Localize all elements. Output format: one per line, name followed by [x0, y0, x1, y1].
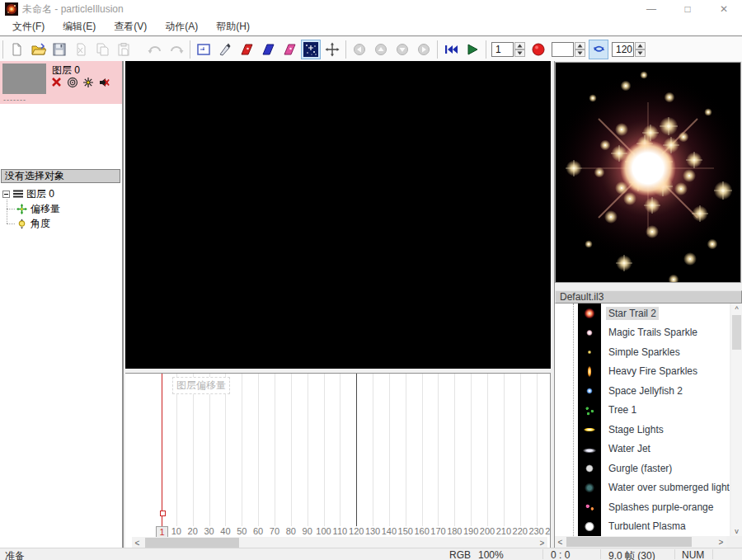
library-item-label[interactable]: Water Jet	[606, 442, 653, 455]
loop-down-arrow[interactable]	[635, 49, 646, 57]
library-item-thumbnail[interactable]	[578, 420, 601, 440]
frame-up-arrow[interactable]	[514, 42, 525, 49]
frame-tick-label[interactable]: 150	[397, 526, 415, 536]
playhead-line[interactable]	[162, 374, 162, 526]
save-project-button[interactable]	[49, 40, 69, 59]
frame-tick-label[interactable]: 70	[265, 526, 284, 536]
menu-item[interactable]: 编辑(E)	[54, 20, 105, 34]
library-item[interactable]: Gurgle (faster)	[555, 459, 730, 478]
library-item[interactable]: Tree 1	[555, 401, 730, 421]
scroll-down-icon[interactable]: v	[731, 525, 742, 536]
frame-tick-label[interactable]: 120	[347, 526, 365, 536]
record-up-arrow[interactable]	[575, 42, 585, 49]
pink-flag-button[interactable]	[279, 40, 299, 59]
library-item-label[interactable]: Tree 1	[606, 403, 639, 416]
loop-playback-button[interactable]	[589, 40, 608, 59]
play-button[interactable]	[463, 40, 482, 59]
library-item[interactable]: Simple Sparkles	[555, 342, 730, 362]
library-item[interactable]: Stage Lights	[555, 420, 730, 440]
move-tool-button[interactable]	[322, 40, 342, 59]
library-item-thumbnail[interactable]	[578, 497, 601, 517]
particle-mode-button[interactable]	[301, 40, 321, 59]
frame-tick-label[interactable]: 190	[462, 526, 480, 536]
loop-end-value[interactable]: 120	[612, 42, 634, 57]
collapse-icon[interactable]	[2, 191, 10, 198]
library-item-label[interactable]: Space Jellyfish 2	[606, 384, 685, 398]
library-item-thumbnail[interactable]	[578, 440, 601, 459]
new-project-button[interactable]	[7, 40, 26, 59]
loop-end-spinner[interactable]: 120	[612, 42, 646, 57]
close-button[interactable]: ✕	[706, 0, 742, 18]
knife-tool-button[interactable]	[215, 40, 235, 59]
current-frame-spinner[interactable]: 1	[491, 42, 525, 57]
menu-item[interactable]: 帮助(H)	[207, 20, 259, 34]
scroll-left-icon[interactable]: <	[132, 538, 143, 548]
frame-tick-label[interactable]: 20	[184, 526, 202, 536]
library-item[interactable]: Splashes purple-orange	[555, 497, 730, 517]
open-project-button[interactable]	[28, 40, 48, 59]
record-button[interactable]	[528, 40, 548, 59]
rewind-button[interactable]	[441, 40, 461, 59]
stage-view-button[interactable]	[194, 40, 214, 59]
layer-visibility-icon[interactable]	[82, 76, 94, 88]
library-item-thumbnail[interactable]	[578, 478, 601, 498]
layer-delete-icon[interactable]	[50, 76, 63, 88]
library-item[interactable]: Water Jet	[555, 440, 730, 459]
library-item[interactable]: Star Trail 2	[555, 304, 730, 323]
scroll-right-icon[interactable]: >	[716, 537, 726, 548]
frame-tick-label[interactable]: 100	[315, 526, 333, 536]
frame-tick-label[interactable]: 170	[429, 526, 447, 536]
frame-tick-label[interactable]: 230	[528, 526, 546, 536]
library-item-label[interactable]: Stage Lights	[606, 423, 666, 436]
frame-tick-label[interactable]: 200	[478, 526, 496, 536]
library-item-thumbnail[interactable]	[578, 517, 601, 537]
graph-hscroll-thumb[interactable]	[145, 538, 239, 548]
library-item-label[interactable]: Heavy Fire Sparkles	[606, 365, 700, 378]
frame-tick-label[interactable]: 130	[364, 526, 382, 536]
library-item[interactable]: Water over submerged light, c	[555, 478, 730, 498]
maximize-button[interactable]: □	[669, 0, 706, 18]
library-item-label[interactable]: Turbulent Plasma	[606, 520, 688, 533]
library-item[interactable]: Space Jellyfish 2	[555, 381, 730, 401]
timeline-ruler[interactable]: 1102030405060708090100110120130140150160…	[125, 526, 550, 537]
library-item-thumbnail[interactable]	[578, 459, 601, 478]
frame-tick-label[interactable]: 50	[232, 526, 251, 536]
menu-item[interactable]: 查看(V)	[105, 20, 156, 34]
scroll-left-icon[interactable]: <	[555, 537, 566, 548]
scroll-right-icon[interactable]: >	[537, 538, 547, 548]
library-item-thumbnail[interactable]	[578, 342, 601, 362]
frame-tick-label[interactable]: 60	[249, 526, 267, 536]
library-item-thumbnail[interactable]	[578, 401, 601, 421]
frame-down-arrow[interactable]	[514, 49, 525, 57]
library-item-label[interactable]: Water over submerged light, c	[606, 481, 730, 494]
library-item-thumbnail[interactable]	[578, 304, 601, 323]
loop-up-arrow[interactable]	[635, 42, 646, 49]
record-frame-spinner[interactable]	[552, 42, 585, 57]
layer-thumbnail[interactable]	[2, 64, 46, 94]
library-vscroll-thumb[interactable]	[732, 315, 741, 350]
frame-tick-label[interactable]: 180	[445, 526, 463, 536]
library-item[interactable]: Magic Trails Sparkle	[555, 323, 730, 343]
layer-mute-icon[interactable]	[97, 76, 110, 88]
library-hscrollbar[interactable]: < >	[555, 536, 726, 548]
frame-tick-label[interactable]: 140	[380, 526, 398, 536]
frame-tick-label[interactable]: 210	[495, 526, 513, 536]
red-flag-button[interactable]	[237, 40, 256, 59]
library-item-thumbnail[interactable]	[578, 362, 601, 382]
tree-item-offset[interactable]: 偏移量	[0, 201, 122, 216]
tree-item-angle[interactable]: 角度	[0, 216, 122, 231]
record-down-arrow[interactable]	[575, 49, 585, 57]
frame-tick-label[interactable]: 80	[282, 526, 300, 536]
frame-tick-label[interactable]: 160	[413, 526, 431, 536]
frame-tick-label[interactable]: 30	[200, 526, 218, 536]
frame-tick-label[interactable]: 240	[543, 526, 550, 536]
frame-tick-label[interactable]: 110	[331, 526, 349, 536]
library-item[interactable]: Turbulent Plasma	[555, 517, 730, 537]
library-item-thumbnail[interactable]	[578, 323, 601, 343]
frame-tick-label[interactable]: 90	[298, 526, 317, 536]
graph-hscrollbar[interactable]: < >	[132, 537, 547, 548]
minimize-button[interactable]: —	[633, 0, 669, 18]
library-item[interactable]: Heavy Fire Sparkles	[555, 362, 730, 382]
library-item-label[interactable]: Star Trail 2	[606, 307, 659, 320]
library-vscrollbar[interactable]: ^ v	[731, 304, 742, 536]
